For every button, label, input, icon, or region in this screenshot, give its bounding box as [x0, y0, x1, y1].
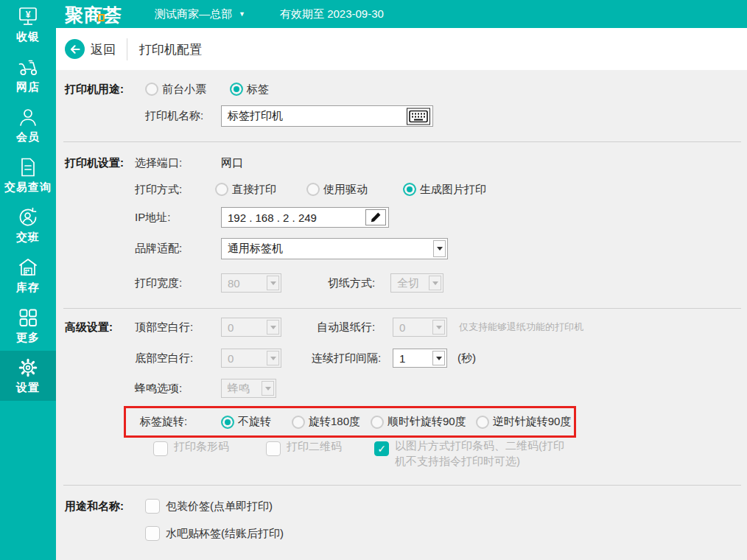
chevron-down-icon[interactable]	[432, 351, 445, 365]
ip-label: IP地址:	[135, 211, 221, 225]
radio-no-rotation[interactable]	[221, 416, 234, 429]
ip-input[interactable]: 192 . 168 . 2 . 249	[221, 207, 389, 228]
section-divider	[63, 141, 741, 142]
radio-rotate-180[interactable]	[292, 416, 305, 429]
port-label: 选择端口:	[135, 156, 221, 170]
brand-label: 品牌适配:	[135, 242, 221, 256]
barcode-checkbox-label[interactable]: 打印条形码	[174, 440, 232, 454]
chevron-down-icon	[262, 381, 274, 396]
merchant-name: 测试商家—总部	[155, 7, 232, 21]
topbar: 聚商荟 测试商家—总部 ▼ 有效期至 2023-09-30	[56, 0, 747, 28]
sidebar-item-inventory[interactable]: 库存	[0, 251, 56, 301]
package-label-checkbox-label[interactable]: 包装价签(点单即打印)	[166, 500, 273, 514]
rotation-highlight-box: 标签旋转: 不旋转 旋转180度 顺时针旋转90度 逆时针旋转90度	[124, 406, 576, 438]
package-label-checkbox[interactable]	[145, 499, 160, 514]
top-blank-select: 0	[221, 318, 281, 337]
inventory-icon	[17, 256, 39, 279]
print-width-select: 80	[221, 273, 281, 293]
barcode-checkbox[interactable]	[153, 441, 168, 456]
sidebar-item-transaction-query[interactable]: 交易查询	[0, 150, 56, 200]
interval-label: 连续打印间隔:	[312, 351, 393, 365]
printer-usage-label: 打印机用途:	[65, 83, 145, 97]
radio-receipt-label[interactable]: 前台小票	[162, 83, 206, 97]
auto-feed-select: 0	[393, 318, 447, 337]
chevron-down-icon	[267, 351, 279, 365]
bottom-blank-label: 底部空白行:	[135, 351, 221, 365]
cut-mode-label: 切纸方式:	[328, 276, 390, 290]
interval-unit: (秒)	[457, 351, 476, 365]
arrow-left-icon	[66, 40, 85, 59]
bottom-blank-select: 0	[221, 349, 281, 368]
more-icon	[17, 307, 39, 329]
top-blank-label: 顶部空白行:	[135, 321, 221, 335]
sidebar-item-member[interactable]: 会员	[0, 100, 56, 150]
settings-icon	[17, 357, 39, 379]
printer-name-label: 打印机名称:	[145, 109, 221, 123]
chevron-down-icon	[429, 276, 441, 290]
cash-register-icon: ¥	[17, 6, 39, 28]
sidebar-item-shift-change[interactable]: 交班	[0, 200, 56, 251]
print-mode-label: 打印方式:	[135, 183, 215, 197]
radio-rotate-cw-90-label[interactable]: 顺时针旋转90度	[387, 415, 466, 429]
printer-settings-label: 打印机设置:	[65, 156, 135, 170]
page-title: 打印机配置	[139, 41, 202, 58]
radio-use-driver-label[interactable]: 使用驱动	[323, 183, 368, 197]
edit-pencil-icon[interactable]	[365, 209, 386, 225]
sidebar-item-online-store[interactable]: 网店	[0, 50, 56, 100]
sidebar-item-more[interactable]: 更多	[0, 301, 56, 351]
radio-image-print[interactable]	[403, 183, 416, 196]
sidebar-item-label: 网店	[16, 80, 40, 94]
radio-no-rotation-label[interactable]: 不旋转	[238, 415, 271, 429]
image-print-checkbox[interactable]: ✓	[374, 441, 389, 456]
radio-direct-print[interactable]	[215, 183, 228, 196]
member-icon	[17, 106, 39, 128]
sidebar-item-label: 交班	[16, 231, 40, 245]
back-label[interactable]: 返回	[91, 41, 116, 58]
sidebar: ¥ 收银 网店 会员	[0, 0, 56, 560]
image-print-checkbox-label[interactable]: 以图片方式打印条码、二维码(打印机不支持指令打印时可选)	[395, 438, 564, 469]
radio-rotate-ccw-90[interactable]	[476, 416, 489, 429]
sidebar-item-label: 更多	[16, 331, 40, 345]
radio-image-print-label[interactable]: 生成图片打印	[420, 183, 486, 197]
radio-direct-print-label[interactable]: 直接打印	[232, 183, 276, 197]
sidebar-item-label: 收银	[16, 30, 40, 44]
chevron-down-icon[interactable]	[433, 240, 446, 257]
print-width-label: 打印宽度:	[135, 276, 221, 290]
chevron-down-icon: ▼	[239, 11, 245, 18]
cut-mode-select: 全切	[390, 273, 443, 293]
section-divider	[63, 485, 741, 486]
cup-label-checkbox[interactable]	[145, 526, 160, 541]
sidebar-item-label: 库存	[16, 281, 40, 295]
rotation-label: 标签旋转:	[140, 415, 221, 429]
qrcode-checkbox[interactable]	[266, 441, 281, 456]
printer-name-input[interactable]: 标签打印机	[221, 105, 433, 127]
radio-use-driver[interactable]	[306, 183, 320, 196]
merchant-selector[interactable]: 测试商家—总部 ▼	[155, 0, 245, 28]
brand-select[interactable]: 通用标签机	[221, 238, 448, 259]
chevron-down-icon	[267, 276, 279, 290]
printer-config-form: 打印机用途: 前台小票 标签 打印机名称: 标签打印机	[56, 70, 747, 560]
auto-feed-note: 仅支持能够退纸功能的打印机	[459, 321, 583, 334]
radio-receipt[interactable]	[145, 83, 158, 96]
sidebar-item-label: 设置	[16, 381, 40, 395]
keyboard-icon[interactable]	[407, 108, 430, 125]
radio-rotate-cw-90[interactable]	[371, 416, 384, 429]
header-divider	[127, 38, 127, 60]
radio-rotate-180-label[interactable]: 旋转180度	[309, 415, 360, 429]
sidebar-item-label: 交易查询	[4, 181, 52, 195]
back-button[interactable]	[65, 39, 85, 59]
sidebar-item-settings[interactable]: 设置	[0, 351, 56, 401]
qrcode-checkbox-label[interactable]: 打印二维码	[287, 440, 345, 454]
transaction-query-icon	[17, 156, 39, 178]
radio-rotate-ccw-90-label[interactable]: 逆时针旋转90度	[493, 415, 572, 429]
section-divider	[63, 308, 741, 309]
cup-label-checkbox-label[interactable]: 水吧贴杯签(结账后打印)	[166, 527, 284, 541]
sidebar-item-label: 会员	[16, 130, 40, 144]
online-store-icon	[17, 56, 39, 78]
radio-label-printer-label[interactable]: 标签	[247, 83, 269, 97]
radio-label-printer[interactable]	[230, 83, 243, 96]
sidebar-item-cashier[interactable]: ¥ 收银	[0, 0, 56, 50]
validity-text: 有效期至 2023-09-30	[280, 0, 384, 28]
beep-select: 蜂鸣	[221, 379, 276, 398]
interval-select[interactable]: 1	[393, 349, 447, 368]
